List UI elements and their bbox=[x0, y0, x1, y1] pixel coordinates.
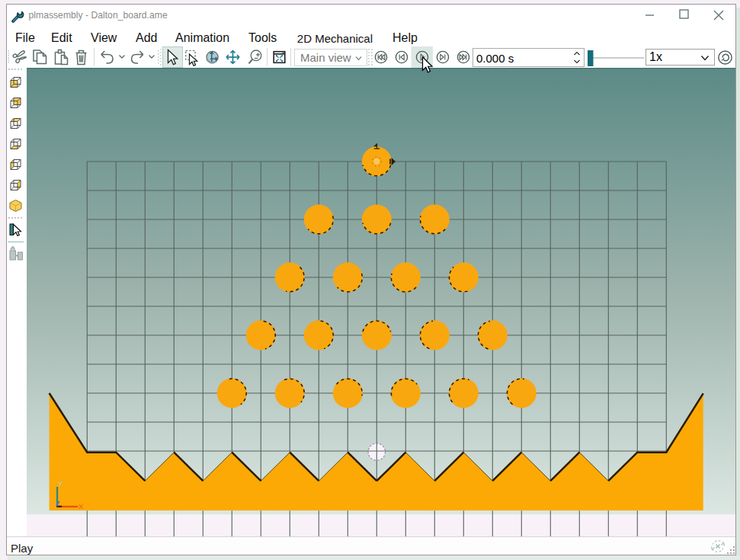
svg-text:X: X bbox=[78, 501, 84, 510]
svg-text:Z: Z bbox=[56, 499, 60, 507]
svg-text:Y: Y bbox=[59, 479, 63, 487]
